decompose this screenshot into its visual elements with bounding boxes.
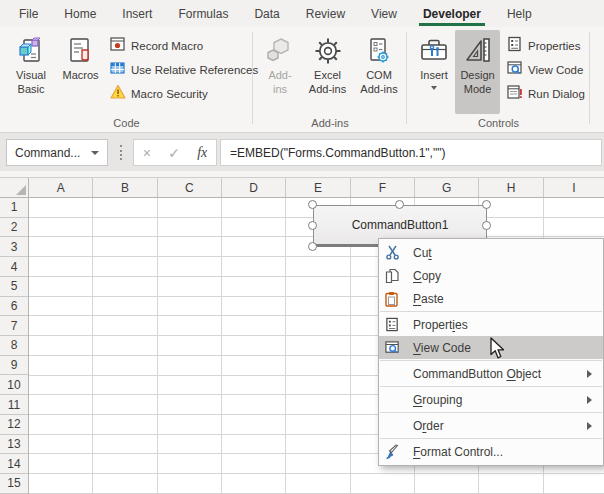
group-label-controls: Controls bbox=[407, 117, 590, 129]
menu-item-order[interactable]: Order bbox=[379, 414, 603, 437]
tab-insert[interactable]: Insert bbox=[109, 0, 165, 27]
column-headers: A B C D E F G H I bbox=[29, 178, 604, 198]
excel-add-ins-label: Add-ins bbox=[309, 82, 346, 96]
row-header[interactable]: 3 bbox=[0, 237, 28, 257]
excel-add-ins-label: Excel bbox=[314, 68, 341, 82]
macros-button[interactable]: Macros bbox=[57, 30, 104, 114]
column-header[interactable]: H bbox=[479, 178, 543, 197]
add-ins-label: Add- bbox=[268, 68, 291, 82]
relative-references-icon bbox=[110, 60, 126, 80]
column-header[interactable]: A bbox=[29, 178, 93, 197]
menu-item-paste[interactable]: Paste bbox=[379, 287, 603, 310]
menu-item-commandbutton-object[interactable]: CommandButton Object bbox=[379, 362, 603, 385]
submenu-arrow-icon bbox=[587, 370, 592, 378]
excel-add-ins-button[interactable]: Excel Add-ins bbox=[302, 30, 353, 114]
row-header[interactable]: 7 bbox=[0, 316, 28, 336]
use-relative-references-button[interactable]: Use Relative References bbox=[106, 58, 262, 82]
resize-handle-mid-right[interactable] bbox=[482, 221, 491, 230]
resize-handle-top-left[interactable] bbox=[308, 200, 317, 209]
resize-handle-top-center[interactable] bbox=[395, 200, 404, 209]
add-ins-button[interactable]: Add- ins bbox=[258, 30, 302, 114]
record-macro-button[interactable]: Record Macro bbox=[106, 34, 262, 58]
name-box-dropdown-icon[interactable] bbox=[91, 151, 99, 155]
code-small-buttons: Record Macro Use Relative References bbox=[106, 34, 262, 106]
resize-handle-mid-left[interactable] bbox=[308, 221, 317, 230]
insert-control-button[interactable]: Insert bbox=[413, 30, 455, 114]
formula-bar-resize-strip bbox=[0, 171, 604, 178]
row-header[interactable]: 15 bbox=[0, 474, 28, 494]
menu-item-format-control[interactable]: Format Control... bbox=[379, 440, 603, 463]
menu-item-cut[interactable]: Cut bbox=[379, 241, 603, 264]
row-header[interactable]: 4 bbox=[0, 257, 28, 277]
formula-text: =EMBED("Forms.CommandButton.1","") bbox=[221, 146, 445, 160]
column-header[interactable]: B bbox=[93, 178, 157, 197]
insert-function-icon[interactable]: fx bbox=[197, 145, 207, 161]
column-header[interactable]: D bbox=[222, 178, 286, 197]
view-code-button[interactable]: View Code bbox=[503, 58, 589, 82]
run-dialog-button[interactable]: Run Dialog bbox=[503, 82, 589, 106]
row-header[interactable]: 9 bbox=[0, 356, 28, 376]
menu-item-label: Order bbox=[413, 419, 444, 433]
formula-action-box: × ✓ fx bbox=[133, 139, 217, 166]
column-header[interactable]: C bbox=[158, 178, 222, 197]
row-header[interactable]: 1 bbox=[0, 198, 28, 218]
name-box[interactable]: Command... bbox=[6, 139, 108, 166]
menu-item-label: View Code bbox=[413, 341, 471, 355]
column-header[interactable]: I bbox=[544, 178, 604, 197]
select-all-corner[interactable] bbox=[0, 178, 29, 198]
tab-formulas[interactable]: Formulas bbox=[165, 0, 241, 27]
properties-button[interactable]: Properties bbox=[503, 34, 589, 58]
group-label-code: Code bbox=[0, 117, 253, 129]
menu-item-label: Cut bbox=[413, 246, 432, 260]
row-header[interactable]: 14 bbox=[0, 454, 28, 474]
ribbon-group-controls: Insert Design Mode bbox=[407, 27, 590, 132]
row-header[interactable]: 8 bbox=[0, 336, 28, 356]
com-add-ins-button[interactable]: COM Add-ins bbox=[353, 30, 405, 114]
row-header[interactable]: 2 bbox=[0, 218, 28, 238]
formula-input[interactable]: =EMBED("Forms.CommandButton.1","") bbox=[220, 139, 602, 166]
cancel-icon[interactable]: × bbox=[143, 146, 151, 160]
insert-dropdown-icon[interactable] bbox=[431, 86, 437, 90]
menu-item-label: CommandButton Object bbox=[413, 367, 541, 381]
tab-developer[interactable]: Developer bbox=[410, 0, 494, 27]
menu-item-label: Properties bbox=[413, 318, 468, 332]
group-label-addins: Add-ins bbox=[253, 117, 407, 129]
menu-item-properties[interactable]: Properties bbox=[379, 313, 603, 336]
view-code-icon bbox=[379, 340, 405, 355]
menu-item-grouping[interactable]: Grouping bbox=[379, 388, 603, 411]
insert-control-label: Insert bbox=[420, 68, 448, 82]
column-header[interactable]: F bbox=[351, 178, 415, 197]
column-header[interactable]: E bbox=[286, 178, 350, 197]
row-header[interactable]: 12 bbox=[0, 415, 28, 435]
properties-label: Properties bbox=[528, 40, 580, 52]
tab-view[interactable]: View bbox=[358, 0, 410, 27]
row-header[interactable]: 6 bbox=[0, 297, 28, 317]
tab-data[interactable]: Data bbox=[241, 0, 292, 27]
visual-basic-button[interactable]: Visual Basic bbox=[6, 30, 56, 114]
enter-icon[interactable]: ✓ bbox=[168, 146, 180, 160]
macro-security-button[interactable]: Macro Security bbox=[106, 82, 262, 106]
tab-file[interactable]: File bbox=[6, 0, 51, 27]
ribbon-tab-bar: File Home Insert Formulas Data Review Vi… bbox=[0, 0, 604, 27]
menu-item-copy[interactable]: Copy bbox=[379, 264, 603, 287]
add-ins-icon bbox=[265, 33, 295, 68]
visual-basic-label: Visual bbox=[16, 68, 46, 82]
row-header[interactable]: 5 bbox=[0, 277, 28, 297]
tab-help[interactable]: Help bbox=[494, 0, 545, 27]
copy-icon bbox=[379, 268, 405, 284]
row-header[interactable]: 13 bbox=[0, 435, 28, 455]
ribbon-group-code: Visual Basic Macros bbox=[0, 27, 253, 132]
design-mode-button[interactable]: Design Mode bbox=[455, 30, 500, 114]
use-relative-references-label: Use Relative References bbox=[131, 64, 258, 76]
tab-review[interactable]: Review bbox=[293, 0, 358, 27]
ribbon: Visual Basic Macros bbox=[0, 27, 604, 133]
row-header[interactable]: 11 bbox=[0, 395, 28, 415]
visual-basic-icon bbox=[16, 33, 46, 68]
design-mode-label: Design bbox=[460, 68, 494, 82]
resize-handle-bottom-left[interactable] bbox=[308, 242, 317, 251]
formula-bar-separator bbox=[120, 145, 122, 160]
column-header[interactable]: G bbox=[415, 178, 479, 197]
resize-handle-top-right[interactable] bbox=[482, 200, 491, 209]
tab-home[interactable]: Home bbox=[51, 0, 109, 27]
row-header[interactable]: 10 bbox=[0, 375, 28, 395]
